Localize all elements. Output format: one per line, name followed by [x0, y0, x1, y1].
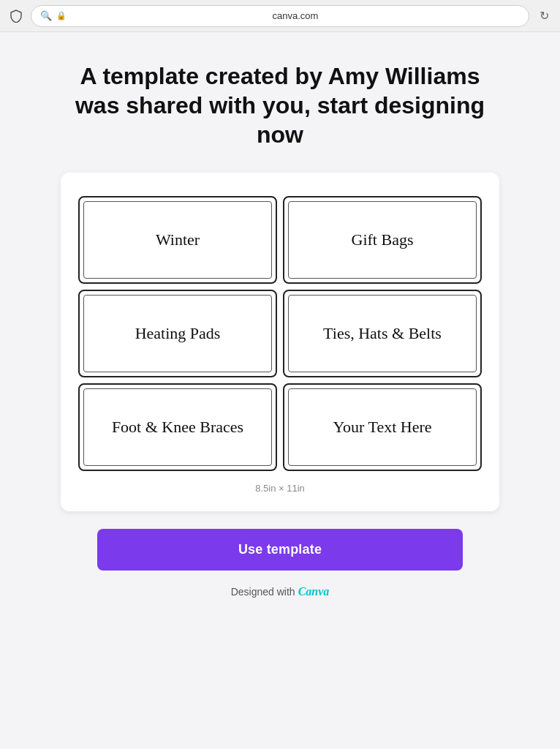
address-bar[interactable]: 🔍 🔒 canva.com: [31, 5, 529, 27]
reload-button[interactable]: ↻: [537, 9, 551, 23]
shield-icon: [9, 9, 23, 23]
use-template-button[interactable]: Use template: [97, 529, 463, 571]
browser-chrome: 🔍 🔒 canva.com ↻: [0, 0, 560, 32]
label-heating-pads: Heating Pads: [78, 290, 277, 377]
label-winter: Winter: [78, 196, 277, 284]
designed-with-text: Designed with: [231, 586, 295, 598]
label-ties-hats-belts: Ties, Hats & Belts: [283, 290, 482, 377]
template-size-label: 8.5in × 11in: [78, 483, 482, 494]
url-text: canva.com: [71, 10, 520, 21]
label-your-text-here: Your Text Here: [283, 383, 482, 471]
label-gift-bags: Gift Bags: [283, 196, 482, 284]
template-preview-card: Winter Gift Bags Heating Pads Ties, Hats…: [61, 173, 499, 511]
designed-with-footer: Designed with Canva: [231, 585, 330, 598]
label-grid: Winter Gift Bags Heating Pads Ties, Hats…: [78, 196, 482, 471]
page-content: A template created by Amy Williams was s…: [0, 32, 560, 628]
canva-logo: Canva: [298, 585, 330, 598]
search-icon: 🔍: [40, 10, 52, 21]
page-title: A template created by Amy Williams was s…: [68, 61, 492, 149]
lock-icon: 🔒: [56, 11, 67, 20]
label-foot-knee-braces: Foot & Knee Braces: [78, 383, 277, 471]
